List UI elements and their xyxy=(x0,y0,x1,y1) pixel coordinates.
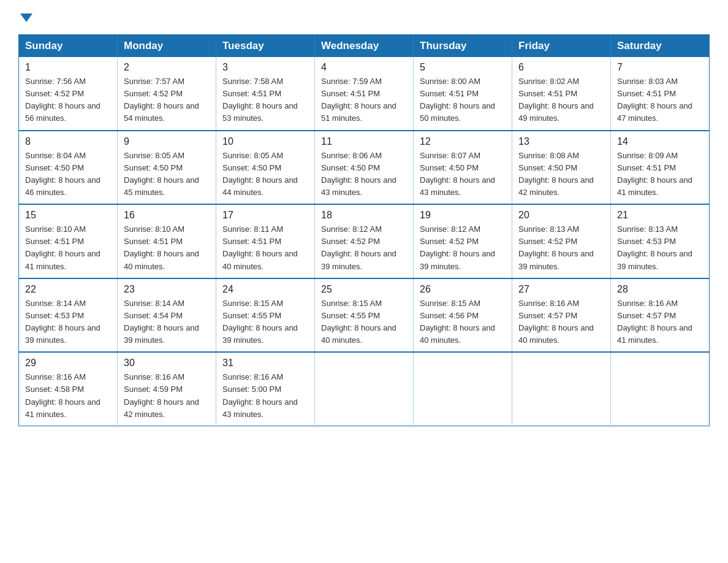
day-info: Sunrise: 8:16 AMSunset: 4:57 PMDaylight:… xyxy=(518,297,604,347)
day-info: Sunrise: 8:03 AMSunset: 4:51 PMDaylight:… xyxy=(617,75,703,125)
day-number: 16 xyxy=(124,210,210,221)
day-number: 19 xyxy=(420,210,506,221)
calendar-cell: 2 Sunrise: 7:57 AMSunset: 4:52 PMDayligh… xyxy=(118,57,216,131)
day-number: 6 xyxy=(518,62,604,73)
calendar-cell: 22 Sunrise: 8:14 AMSunset: 4:53 PMDaylig… xyxy=(19,278,118,353)
calendar-week-row: 22 Sunrise: 8:14 AMSunset: 4:53 PMDaylig… xyxy=(19,278,710,353)
weekday-header-friday: Friday xyxy=(512,35,611,58)
day-info: Sunrise: 8:00 AMSunset: 4:51 PMDaylight:… xyxy=(420,75,506,125)
day-info: Sunrise: 7:56 AMSunset: 4:52 PMDaylight:… xyxy=(25,75,111,125)
calendar-cell: 20 Sunrise: 8:13 AMSunset: 4:52 PMDaylig… xyxy=(512,204,611,278)
calendar-cell xyxy=(512,352,611,426)
day-info: Sunrise: 8:14 AMSunset: 4:53 PMDaylight:… xyxy=(25,297,111,347)
calendar-cell: 16 Sunrise: 8:10 AMSunset: 4:51 PMDaylig… xyxy=(118,204,216,278)
calendar-cell: 28 Sunrise: 8:16 AMSunset: 4:57 PMDaylig… xyxy=(611,278,710,353)
calendar-cell: 18 Sunrise: 8:12 AMSunset: 4:52 PMDaylig… xyxy=(315,204,414,278)
day-number: 1 xyxy=(25,62,111,73)
day-number: 15 xyxy=(25,210,111,221)
calendar-cell: 30 Sunrise: 8:16 AMSunset: 4:59 PMDaylig… xyxy=(118,352,216,426)
weekday-header-sunday: Sunday xyxy=(19,35,118,58)
calendar-cell: 14 Sunrise: 8:09 AMSunset: 4:51 PMDaylig… xyxy=(611,131,710,205)
day-info: Sunrise: 8:07 AMSunset: 4:50 PMDaylight:… xyxy=(420,150,506,199)
calendar-cell: 1 Sunrise: 7:56 AMSunset: 4:52 PMDayligh… xyxy=(19,57,118,131)
day-info: Sunrise: 7:58 AMSunset: 4:51 PMDaylight:… xyxy=(222,75,308,125)
weekday-header-monday: Monday xyxy=(118,35,216,58)
calendar-cell xyxy=(611,352,710,426)
weekday-header-tuesday: Tuesday xyxy=(216,35,315,58)
day-info: Sunrise: 8:12 AMSunset: 4:52 PMDaylight:… xyxy=(321,223,407,273)
calendar-cell: 12 Sunrise: 8:07 AMSunset: 4:50 PMDaylig… xyxy=(414,131,512,205)
calendar-cell: 25 Sunrise: 8:15 AMSunset: 4:55 PMDaylig… xyxy=(315,278,414,353)
day-number: 8 xyxy=(25,136,111,147)
day-number: 21 xyxy=(617,210,703,221)
day-info: Sunrise: 8:02 AMSunset: 4:51 PMDaylight:… xyxy=(518,75,604,125)
day-info: Sunrise: 7:57 AMSunset: 4:52 PMDaylight:… xyxy=(124,75,210,125)
weekday-header-thursday: Thursday xyxy=(414,35,512,58)
day-info: Sunrise: 8:13 AMSunset: 4:52 PMDaylight:… xyxy=(518,223,604,273)
calendar-cell: 6 Sunrise: 8:02 AMSunset: 4:51 PMDayligh… xyxy=(512,57,611,131)
day-number: 25 xyxy=(321,284,407,295)
calendar-header-row: SundayMondayTuesdayWednesdayThursdayFrid… xyxy=(19,35,710,58)
calendar-week-row: 1 Sunrise: 7:56 AMSunset: 4:52 PMDayligh… xyxy=(19,57,710,131)
day-number: 11 xyxy=(321,136,407,147)
day-info: Sunrise: 8:15 AMSunset: 4:55 PMDaylight:… xyxy=(222,297,308,347)
day-number: 7 xyxy=(617,62,703,73)
day-number: 27 xyxy=(518,284,604,295)
calendar-cell: 29 Sunrise: 8:16 AMSunset: 4:58 PMDaylig… xyxy=(19,352,118,426)
day-info: Sunrise: 8:06 AMSunset: 4:50 PMDaylight:… xyxy=(321,150,407,199)
day-number: 30 xyxy=(124,358,210,369)
weekday-header-wednesday: Wednesday xyxy=(315,35,414,58)
calendar-cell: 17 Sunrise: 8:11 AMSunset: 4:51 PMDaylig… xyxy=(216,204,315,278)
day-info: Sunrise: 8:08 AMSunset: 4:50 PMDaylight:… xyxy=(518,150,604,199)
day-number: 13 xyxy=(518,136,604,147)
day-info: Sunrise: 8:09 AMSunset: 4:51 PMDaylight:… xyxy=(617,150,703,199)
day-number: 4 xyxy=(321,62,407,73)
calendar-cell xyxy=(414,352,512,426)
day-number: 29 xyxy=(25,358,111,369)
weekday-header-saturday: Saturday xyxy=(611,35,710,58)
logo-triangle-icon xyxy=(20,13,32,22)
day-info: Sunrise: 8:16 AMSunset: 5:00 PMDaylight:… xyxy=(222,371,308,421)
day-info: Sunrise: 8:10 AMSunset: 4:51 PMDaylight:… xyxy=(25,223,111,273)
day-info: Sunrise: 8:14 AMSunset: 4:54 PMDaylight:… xyxy=(124,297,210,347)
day-info: Sunrise: 7:59 AMSunset: 4:51 PMDaylight:… xyxy=(321,75,407,125)
calendar-cell: 19 Sunrise: 8:12 AMSunset: 4:52 PMDaylig… xyxy=(414,204,512,278)
day-number: 12 xyxy=(420,136,506,147)
calendar-cell: 4 Sunrise: 7:59 AMSunset: 4:51 PMDayligh… xyxy=(315,57,414,131)
day-number: 24 xyxy=(222,284,308,295)
calendar-cell xyxy=(315,352,414,426)
logo xyxy=(18,15,32,23)
day-info: Sunrise: 8:05 AMSunset: 4:50 PMDaylight:… xyxy=(222,150,308,199)
calendar-cell: 27 Sunrise: 8:16 AMSunset: 4:57 PMDaylig… xyxy=(512,278,611,353)
day-info: Sunrise: 8:16 AMSunset: 4:59 PMDaylight:… xyxy=(124,371,210,421)
day-number: 17 xyxy=(222,210,308,221)
calendar-cell: 9 Sunrise: 8:05 AMSunset: 4:50 PMDayligh… xyxy=(118,131,216,205)
calendar-cell: 21 Sunrise: 8:13 AMSunset: 4:53 PMDaylig… xyxy=(611,204,710,278)
calendar-cell: 10 Sunrise: 8:05 AMSunset: 4:50 PMDaylig… xyxy=(216,131,315,205)
calendar-cell: 26 Sunrise: 8:15 AMSunset: 4:56 PMDaylig… xyxy=(414,278,512,353)
day-info: Sunrise: 8:10 AMSunset: 4:51 PMDaylight:… xyxy=(124,223,210,273)
calendar-cell: 3 Sunrise: 7:58 AMSunset: 4:51 PMDayligh… xyxy=(216,57,315,131)
day-number: 5 xyxy=(420,62,506,73)
day-number: 26 xyxy=(420,284,506,295)
day-info: Sunrise: 8:15 AMSunset: 4:55 PMDaylight:… xyxy=(321,297,407,347)
calendar-table: SundayMondayTuesdayWednesdayThursdayFrid… xyxy=(18,34,710,426)
calendar-cell: 13 Sunrise: 8:08 AMSunset: 4:50 PMDaylig… xyxy=(512,131,611,205)
page-header xyxy=(18,15,710,23)
day-number: 31 xyxy=(222,358,308,369)
day-number: 2 xyxy=(124,62,210,73)
calendar-cell: 7 Sunrise: 8:03 AMSunset: 4:51 PMDayligh… xyxy=(611,57,710,131)
day-number: 28 xyxy=(617,284,703,295)
day-number: 23 xyxy=(124,284,210,295)
day-info: Sunrise: 8:16 AMSunset: 4:58 PMDaylight:… xyxy=(25,371,111,421)
calendar-cell: 15 Sunrise: 8:10 AMSunset: 4:51 PMDaylig… xyxy=(19,204,118,278)
calendar-cell: 31 Sunrise: 8:16 AMSunset: 5:00 PMDaylig… xyxy=(216,352,315,426)
day-number: 3 xyxy=(222,62,308,73)
day-info: Sunrise: 8:05 AMSunset: 4:50 PMDaylight:… xyxy=(124,150,210,199)
calendar-cell: 24 Sunrise: 8:15 AMSunset: 4:55 PMDaylig… xyxy=(216,278,315,353)
day-number: 9 xyxy=(124,136,210,147)
day-number: 10 xyxy=(222,136,308,147)
calendar-cell: 23 Sunrise: 8:14 AMSunset: 4:54 PMDaylig… xyxy=(118,278,216,353)
day-info: Sunrise: 8:15 AMSunset: 4:56 PMDaylight:… xyxy=(420,297,506,347)
day-info: Sunrise: 8:12 AMSunset: 4:52 PMDaylight:… xyxy=(420,223,506,273)
